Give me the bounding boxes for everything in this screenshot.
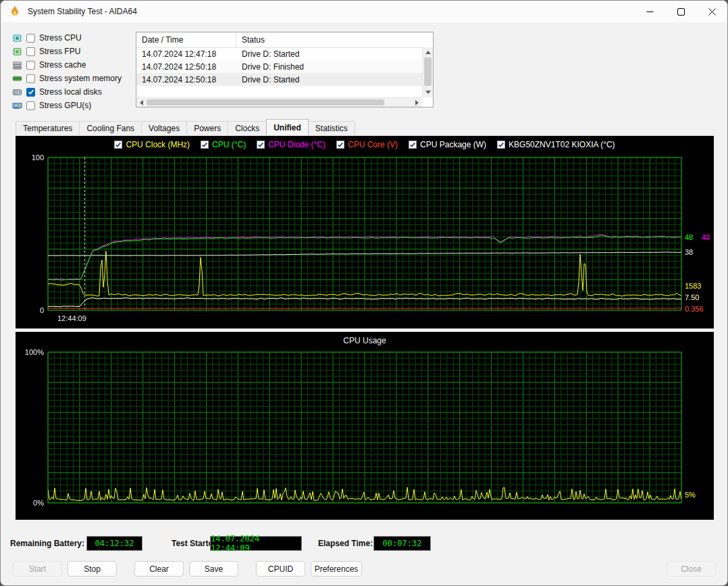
title-bar[interactable]: System Stability Test - AIDA64 xyxy=(1,1,727,22)
scroll-up-arrow[interactable] xyxy=(423,47,433,57)
log-cell-status: Drive D: Started xyxy=(236,49,299,59)
cpu-package-w-legend-checkbox[interactable] xyxy=(409,141,417,149)
gpu-icon xyxy=(11,100,22,111)
y-axis-max-label: 100% xyxy=(25,348,44,356)
log-cell-datetime: 14.07.2024 12:47:18 xyxy=(136,49,236,59)
cpu-core-v-line xyxy=(48,308,681,309)
log-row[interactable]: 14.07.2024 12:50:18Drive D: Finished xyxy=(136,60,422,73)
stress-cpu-checkbox[interactable] xyxy=(26,34,35,43)
stress-option-gpu: Stress GPU(s) xyxy=(11,99,122,112)
cpuid-button[interactable]: CPUID xyxy=(256,561,305,577)
log-vertical-scrollbar[interactable] xyxy=(422,47,433,97)
tab-statistics[interactable]: Statistics xyxy=(308,121,355,135)
x-axis-time-label: 12:44:09 xyxy=(57,314,86,322)
remaining-battery-value: 04:12:32 xyxy=(86,536,142,551)
log-rows: 14.07.2024 12:47:18Drive D: Started14.07… xyxy=(136,47,422,97)
remaining-battery-label: Remaining Battery: xyxy=(10,539,84,548)
vertical-scroll-thumb[interactable] xyxy=(424,57,432,86)
stress-option-local-disks: Stress local disks xyxy=(11,85,122,99)
chart-value-label: 7.50 xyxy=(685,293,699,302)
chart-value-label: 48 xyxy=(685,233,693,242)
tab-clocks[interactable]: Clocks xyxy=(228,121,267,135)
log-cell-datetime: 14.07.2024 12:50:18 xyxy=(136,62,236,72)
log-cell-status: Drive D: Finished xyxy=(236,62,304,72)
chart-value-label: 1583 xyxy=(685,281,701,291)
log-column-datetime[interactable]: Date / Time xyxy=(136,32,236,47)
close-button[interactable] xyxy=(696,1,727,22)
stress-option-memory: Stress system memory xyxy=(11,72,122,85)
chart-title: CPU Usage xyxy=(343,336,386,345)
log-row[interactable]: 14.07.2024 12:50:18Drive D: Started xyxy=(136,73,422,86)
log-cell-status: Drive D: Started xyxy=(236,75,299,84)
disk-icon xyxy=(11,87,22,97)
stop-button[interactable]: Stop xyxy=(68,561,117,577)
window-title: System Stability Test - AIDA64 xyxy=(28,7,137,16)
stress-option-fpu: Stress FPU xyxy=(11,45,122,58)
cpu-clock-mhz-legend-checkbox[interactable] xyxy=(114,141,122,149)
close-button[interactable]: Close xyxy=(667,561,716,577)
legend-label: CPU (°C) xyxy=(212,140,246,149)
tab-cooling-fans[interactable]: Cooling Fans xyxy=(79,121,142,135)
log-horizontal-scrollbar[interactable] xyxy=(136,97,422,107)
scroll-right-arrow[interactable] xyxy=(412,98,422,107)
log-row[interactable]: 14.07.2024 12:47:18Drive D: Started xyxy=(136,47,422,60)
cpu-usage-plot: 100%0%CPU Usage xyxy=(16,332,714,520)
stress-fpu-checkbox[interactable] xyxy=(26,47,35,56)
kbg50znv1t02-kioxia-c-legend-checkbox[interactable] xyxy=(497,141,505,149)
stress-option-label: Stress local disks xyxy=(39,87,102,97)
cpu-diode-c-legend-checkbox[interactable] xyxy=(257,141,265,149)
tab-voltages[interactable]: Voltages xyxy=(141,121,187,135)
clear-button[interactable]: Clear xyxy=(134,561,184,577)
chart-value-label: 0.356 xyxy=(685,304,704,314)
stress-option-label: Stress CPU xyxy=(39,33,82,43)
tab-bar: TemperaturesCooling FansVoltagesPowersCl… xyxy=(16,120,355,135)
stress-option-label: Stress system memory xyxy=(39,74,122,83)
minimize-button[interactable] xyxy=(634,1,665,22)
maximize-button[interactable] xyxy=(665,1,696,22)
y-axis-min-label: 0% xyxy=(33,499,44,507)
stress-option-label: Stress cache xyxy=(39,60,86,70)
elapsed-time-label: Elapsed Time: xyxy=(318,539,373,548)
legend-item-cpu-clock-mhz: CPU Clock (MHz) xyxy=(114,140,190,149)
stress-option-label: Stress GPU(s) xyxy=(39,101,91,110)
preferences-button[interactable]: Preferences xyxy=(311,561,362,577)
chart-value-label: 48 xyxy=(702,233,710,242)
legend-item-cpu-c: CPU (°C) xyxy=(201,140,246,149)
stress-memory-checkbox[interactable] xyxy=(26,74,35,83)
stress-local-disks-checkbox[interactable] xyxy=(26,88,35,97)
horizontal-scroll-thumb[interactable] xyxy=(147,99,384,105)
cpu-usage-chart: 100%0%CPU Usage5% xyxy=(16,332,714,520)
stress-cache-checkbox[interactable] xyxy=(26,61,35,70)
stress-option-label: Stress FPU xyxy=(39,47,80,56)
log-cell-datetime: 14.07.2024 12:50:18 xyxy=(136,75,236,84)
legend-label: CPU Core (V) xyxy=(348,140,398,149)
legend-label: CPU Clock (MHz) xyxy=(126,140,190,149)
tab-unified[interactable]: Unified xyxy=(266,119,309,135)
chart-value-label: 38 xyxy=(685,247,693,257)
tab-powers[interactable]: Powers xyxy=(186,121,228,135)
aida64-flame-icon xyxy=(9,5,21,18)
cpu-core-v-legend-checkbox[interactable] xyxy=(336,141,344,149)
test-started-value: 14.07.2024 12:44:09 xyxy=(210,536,302,551)
legend-item-cpu-core-v: CPU Core (V) xyxy=(336,140,398,149)
y-axis-max-label: 100 xyxy=(32,153,44,162)
y-axis-min-label: 0 xyxy=(40,306,44,314)
scroll-down-arrow[interactable] xyxy=(423,87,433,97)
stress-gpu-checkbox[interactable] xyxy=(26,101,35,110)
stress-option-cache: Stress cache xyxy=(11,58,122,72)
unified-plot: 100012:44:09 xyxy=(16,136,714,328)
cache-icon xyxy=(11,59,22,70)
scroll-left-arrow[interactable] xyxy=(136,98,147,107)
stress-options-list: Stress CPUStress FPUStress cacheStress s… xyxy=(11,31,122,112)
cpu-c-legend-checkbox[interactable] xyxy=(201,141,209,149)
save-button[interactable]: Save xyxy=(189,561,238,577)
tab-temperatures[interactable]: Temperatures xyxy=(16,121,80,135)
legend-item-cpu-package-w: CPU Package (W) xyxy=(409,140,486,149)
log-header: Date / Time Status xyxy=(136,32,433,48)
event-log-panel: Date / Time Status 14.07.2024 12:47:18Dr… xyxy=(136,32,434,107)
log-column-status[interactable]: Status xyxy=(236,32,265,47)
status-row: Remaining Battery: 04:12:32 Test Started… xyxy=(1,536,727,552)
stability-test-window: System Stability Test - AIDA64 Stress CP… xyxy=(0,0,728,586)
start-button[interactable]: Start xyxy=(13,561,62,577)
legend-label: CPU Diode (°C) xyxy=(268,140,326,149)
